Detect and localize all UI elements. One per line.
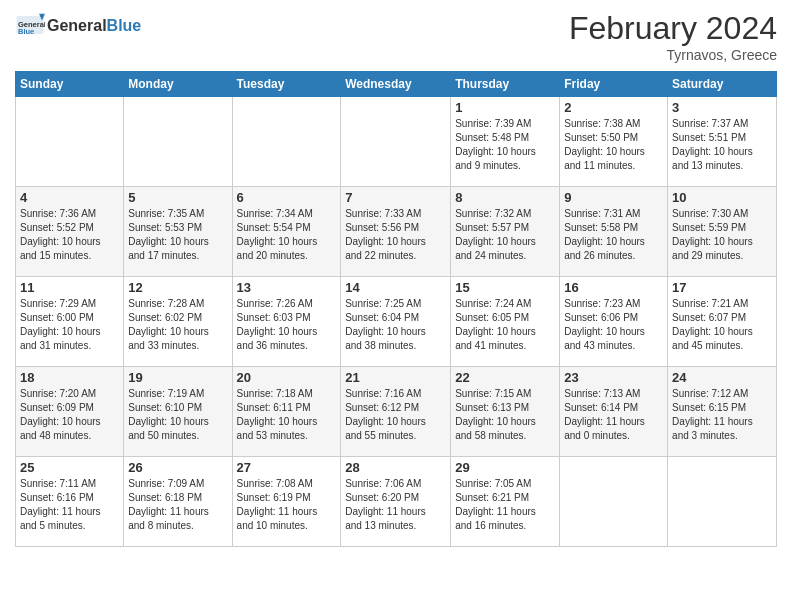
calendar-week: 1Sunrise: 7:39 AM Sunset: 5:48 PM Daylig… (16, 97, 777, 187)
calendar-cell: 16Sunrise: 7:23 AM Sunset: 6:06 PM Dayli… (560, 277, 668, 367)
day-info: Sunrise: 7:13 AM Sunset: 6:14 PM Dayligh… (564, 387, 663, 443)
day-info: Sunrise: 7:23 AM Sunset: 6:06 PM Dayligh… (564, 297, 663, 353)
calendar-table: SundayMondayTuesdayWednesdayThursdayFrid… (15, 71, 777, 547)
day-number: 23 (564, 370, 663, 385)
calendar-cell: 14Sunrise: 7:25 AM Sunset: 6:04 PM Dayli… (341, 277, 451, 367)
calendar-cell: 25Sunrise: 7:11 AM Sunset: 6:16 PM Dayli… (16, 457, 124, 547)
day-info: Sunrise: 7:36 AM Sunset: 5:52 PM Dayligh… (20, 207, 119, 263)
weekday-header: Friday (560, 72, 668, 97)
day-number: 4 (20, 190, 119, 205)
calendar-cell: 6Sunrise: 7:34 AM Sunset: 5:54 PM Daylig… (232, 187, 341, 277)
day-info: Sunrise: 7:19 AM Sunset: 6:10 PM Dayligh… (128, 387, 227, 443)
calendar-cell: 19Sunrise: 7:19 AM Sunset: 6:10 PM Dayli… (124, 367, 232, 457)
day-number: 1 (455, 100, 555, 115)
logo-icon: General Blue (15, 10, 45, 40)
weekday-header: Thursday (451, 72, 560, 97)
svg-text:Blue: Blue (18, 27, 34, 36)
calendar-cell: 4Sunrise: 7:36 AM Sunset: 5:52 PM Daylig… (16, 187, 124, 277)
day-number: 17 (672, 280, 772, 295)
day-info: Sunrise: 7:26 AM Sunset: 6:03 PM Dayligh… (237, 297, 337, 353)
day-info: Sunrise: 7:20 AM Sunset: 6:09 PM Dayligh… (20, 387, 119, 443)
calendar-cell: 5Sunrise: 7:35 AM Sunset: 5:53 PM Daylig… (124, 187, 232, 277)
calendar-cell: 2Sunrise: 7:38 AM Sunset: 5:50 PM Daylig… (560, 97, 668, 187)
logo-general: GeneralBlue (47, 15, 141, 36)
day-info: Sunrise: 7:05 AM Sunset: 6:21 PM Dayligh… (455, 477, 555, 533)
day-number: 16 (564, 280, 663, 295)
weekday-header: Sunday (16, 72, 124, 97)
day-info: Sunrise: 7:16 AM Sunset: 6:12 PM Dayligh… (345, 387, 446, 443)
day-number: 8 (455, 190, 555, 205)
calendar-week: 4Sunrise: 7:36 AM Sunset: 5:52 PM Daylig… (16, 187, 777, 277)
header-row: SundayMondayTuesdayWednesdayThursdayFrid… (16, 72, 777, 97)
day-number: 20 (237, 370, 337, 385)
day-info: Sunrise: 7:38 AM Sunset: 5:50 PM Dayligh… (564, 117, 663, 173)
weekday-header: Wednesday (341, 72, 451, 97)
weekday-header: Monday (124, 72, 232, 97)
calendar-cell (560, 457, 668, 547)
calendar-header: SundayMondayTuesdayWednesdayThursdayFrid… (16, 72, 777, 97)
calendar-cell: 7Sunrise: 7:33 AM Sunset: 5:56 PM Daylig… (341, 187, 451, 277)
calendar-cell: 24Sunrise: 7:12 AM Sunset: 6:15 PM Dayli… (668, 367, 777, 457)
calendar-cell: 27Sunrise: 7:08 AM Sunset: 6:19 PM Dayli… (232, 457, 341, 547)
day-info: Sunrise: 7:24 AM Sunset: 6:05 PM Dayligh… (455, 297, 555, 353)
location: Tyrnavos, Greece (569, 47, 777, 63)
day-info: Sunrise: 7:39 AM Sunset: 5:48 PM Dayligh… (455, 117, 555, 173)
calendar-cell: 23Sunrise: 7:13 AM Sunset: 6:14 PM Dayli… (560, 367, 668, 457)
day-info: Sunrise: 7:32 AM Sunset: 5:57 PM Dayligh… (455, 207, 555, 263)
calendar-cell: 12Sunrise: 7:28 AM Sunset: 6:02 PM Dayli… (124, 277, 232, 367)
calendar-week: 11Sunrise: 7:29 AM Sunset: 6:00 PM Dayli… (16, 277, 777, 367)
day-info: Sunrise: 7:09 AM Sunset: 6:18 PM Dayligh… (128, 477, 227, 533)
calendar-week: 18Sunrise: 7:20 AM Sunset: 6:09 PM Dayli… (16, 367, 777, 457)
day-number: 14 (345, 280, 446, 295)
calendar-cell: 29Sunrise: 7:05 AM Sunset: 6:21 PM Dayli… (451, 457, 560, 547)
calendar-cell (668, 457, 777, 547)
day-number: 2 (564, 100, 663, 115)
day-number: 26 (128, 460, 227, 475)
logo: General Blue GeneralBlue (15, 10, 141, 40)
day-number: 13 (237, 280, 337, 295)
month-title: February 2024 (569, 10, 777, 47)
calendar-week: 25Sunrise: 7:11 AM Sunset: 6:16 PM Dayli… (16, 457, 777, 547)
day-number: 11 (20, 280, 119, 295)
calendar-cell (124, 97, 232, 187)
day-number: 25 (20, 460, 119, 475)
day-info: Sunrise: 7:30 AM Sunset: 5:59 PM Dayligh… (672, 207, 772, 263)
day-number: 18 (20, 370, 119, 385)
calendar-cell: 22Sunrise: 7:15 AM Sunset: 6:13 PM Dayli… (451, 367, 560, 457)
day-number: 10 (672, 190, 772, 205)
day-number: 3 (672, 100, 772, 115)
day-number: 27 (237, 460, 337, 475)
calendar-cell: 28Sunrise: 7:06 AM Sunset: 6:20 PM Dayli… (341, 457, 451, 547)
day-info: Sunrise: 7:11 AM Sunset: 6:16 PM Dayligh… (20, 477, 119, 533)
calendar-cell: 18Sunrise: 7:20 AM Sunset: 6:09 PM Dayli… (16, 367, 124, 457)
calendar-cell: 8Sunrise: 7:32 AM Sunset: 5:57 PM Daylig… (451, 187, 560, 277)
day-info: Sunrise: 7:21 AM Sunset: 6:07 PM Dayligh… (672, 297, 772, 353)
calendar-cell: 10Sunrise: 7:30 AM Sunset: 5:59 PM Dayli… (668, 187, 777, 277)
weekday-header: Saturday (668, 72, 777, 97)
day-info: Sunrise: 7:25 AM Sunset: 6:04 PM Dayligh… (345, 297, 446, 353)
calendar-cell: 15Sunrise: 7:24 AM Sunset: 6:05 PM Dayli… (451, 277, 560, 367)
day-number: 7 (345, 190, 446, 205)
calendar-cell: 3Sunrise: 7:37 AM Sunset: 5:51 PM Daylig… (668, 97, 777, 187)
day-number: 12 (128, 280, 227, 295)
day-number: 6 (237, 190, 337, 205)
day-number: 24 (672, 370, 772, 385)
day-info: Sunrise: 7:34 AM Sunset: 5:54 PM Dayligh… (237, 207, 337, 263)
day-number: 15 (455, 280, 555, 295)
calendar-cell: 21Sunrise: 7:16 AM Sunset: 6:12 PM Dayli… (341, 367, 451, 457)
day-info: Sunrise: 7:08 AM Sunset: 6:19 PM Dayligh… (237, 477, 337, 533)
day-number: 29 (455, 460, 555, 475)
title-section: February 2024 Tyrnavos, Greece (569, 10, 777, 63)
calendar-cell: 9Sunrise: 7:31 AM Sunset: 5:58 PM Daylig… (560, 187, 668, 277)
day-number: 22 (455, 370, 555, 385)
calendar-cell (16, 97, 124, 187)
calendar-cell: 20Sunrise: 7:18 AM Sunset: 6:11 PM Dayli… (232, 367, 341, 457)
weekday-header: Tuesday (232, 72, 341, 97)
page-header: General Blue GeneralBlue February 2024 T… (15, 10, 777, 63)
day-info: Sunrise: 7:18 AM Sunset: 6:11 PM Dayligh… (237, 387, 337, 443)
calendar-cell (341, 97, 451, 187)
day-number: 5 (128, 190, 227, 205)
calendar-cell: 26Sunrise: 7:09 AM Sunset: 6:18 PM Dayli… (124, 457, 232, 547)
day-info: Sunrise: 7:31 AM Sunset: 5:58 PM Dayligh… (564, 207, 663, 263)
day-number: 21 (345, 370, 446, 385)
